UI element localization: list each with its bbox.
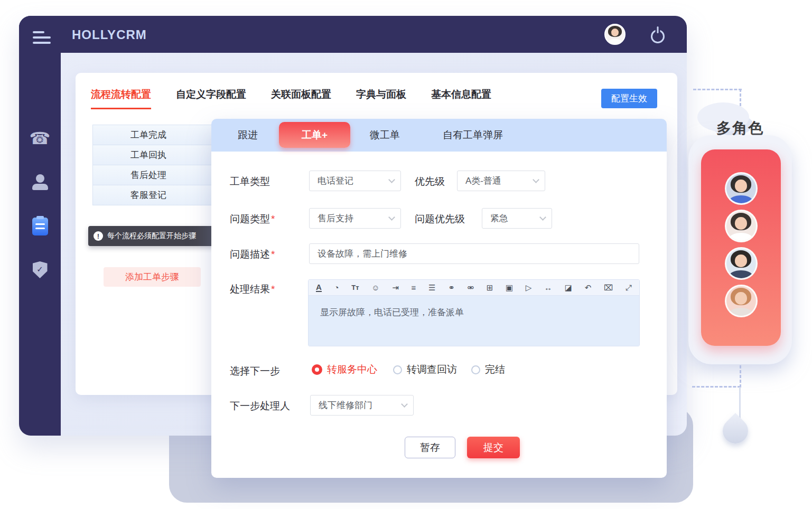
sidebar-item-security[interactable]: ✓ bbox=[19, 261, 61, 278]
screen: 多角色 HOLLYCRM ☎ ✓ bbox=[0, 0, 812, 509]
submit-button[interactable]: 提交 bbox=[467, 437, 520, 458]
tab-dictionary-panel[interactable]: 字典与面板 bbox=[356, 88, 406, 109]
tab-flow-config[interactable]: 流程流转配置 bbox=[91, 88, 151, 109]
agent-avatar-2 bbox=[725, 210, 758, 242]
modal-tab-bar: 跟进 工单+ 微工单 自有工单弹屏 bbox=[211, 119, 667, 152]
indent-icon[interactable]: ⇥ bbox=[392, 284, 399, 291]
drop-stem-line bbox=[739, 387, 741, 420]
radio-service-center[interactable] bbox=[312, 364, 322, 375]
tab-micro-workorder[interactable]: 微工单 bbox=[370, 119, 400, 152]
sidebar-item-workorders[interactable] bbox=[19, 218, 61, 235]
result-editor-content[interactable]: 显示屏故障，电话已受理，准备派单 bbox=[309, 296, 639, 346]
radio-finish-label[interactable]: 完结 bbox=[485, 363, 505, 376]
next-handler-label: 下一步处理人 bbox=[230, 399, 290, 413]
next-step-label: 选择下一步 bbox=[230, 364, 280, 378]
config-tab-bar: 流程流转配置 自定义字段配置 关联面板配置 字典与面板 基本信息配置 bbox=[91, 88, 491, 109]
water-drop-shape bbox=[717, 413, 753, 449]
agents-panel bbox=[701, 149, 781, 346]
radio-survey-callback[interactable] bbox=[393, 365, 402, 374]
undo-icon[interactable]: ↶ bbox=[585, 284, 592, 291]
horizontal-rule-icon[interactable]: ↔ bbox=[544, 284, 552, 291]
chevron-down-icon bbox=[539, 214, 546, 221]
editor-toolbar: A ◔ Tт ☺ ⇥ ≡ ☰ ⚭ ⚮ ⊞ ▣ ▷ ↔ ◪ ↶ ⌧ ⤢ bbox=[309, 280, 639, 296]
insert-table-icon[interactable]: ⊞ bbox=[487, 284, 493, 291]
dashed-connector-vertical bbox=[740, 89, 741, 388]
agent-avatar-4 bbox=[725, 285, 758, 317]
rich-text-editor: A ◔ Tт ☺ ⇥ ≡ ☰ ⚭ ⚮ ⊞ ▣ ▷ ↔ ◪ ↶ ⌧ ⤢ 显示屏故障… bbox=[308, 279, 640, 346]
remove-link-icon[interactable]: ⚮ bbox=[467, 284, 474, 291]
save-draft-button[interactable]: 暂存 bbox=[405, 437, 455, 458]
sidebar-item-calls[interactable]: ☎ bbox=[19, 129, 61, 147]
problem-type-select[interactable]: 售后支持 bbox=[309, 208, 401, 229]
tab-custom-fields[interactable]: 自定义字段配置 bbox=[176, 88, 246, 109]
fullscreen-icon[interactable]: ⤢ bbox=[626, 284, 632, 291]
problem-priority-select[interactable]: 紧急 bbox=[482, 208, 552, 229]
radio-survey-callback-label[interactable]: 转调查回访 bbox=[407, 363, 457, 376]
shield-check-icon: ✓ bbox=[33, 261, 48, 278]
workorder-type-label: 工单类型 bbox=[230, 175, 270, 188]
delete-icon[interactable]: ⌧ bbox=[604, 284, 613, 291]
clipboard-icon bbox=[32, 218, 48, 235]
tab-workorder-plus[interactable]: 工单+ bbox=[279, 122, 350, 148]
person-icon bbox=[32, 174, 48, 190]
agent-avatar-1 bbox=[725, 172, 758, 205]
radio-service-center-label[interactable]: 转服务中心 bbox=[327, 363, 377, 376]
font-size-icon[interactable]: Tт bbox=[351, 284, 359, 291]
chevron-down-icon bbox=[388, 176, 395, 183]
radio-finish[interactable] bbox=[471, 365, 480, 374]
flow-tooltip: ! 每个流程必须配置开始步骤 bbox=[88, 226, 226, 246]
emoji-icon[interactable]: ☺ bbox=[371, 284, 379, 291]
dashed-connector-top bbox=[693, 89, 742, 90]
tab-own-workorder-popup[interactable]: 自有工单弹屏 bbox=[443, 119, 503, 152]
insert-video-icon[interactable]: ▷ bbox=[526, 284, 532, 291]
bullet-list-icon[interactable]: ☰ bbox=[428, 284, 435, 291]
brand-logo: HOLLYCRM bbox=[72, 27, 147, 42]
workorder-type-select[interactable]: 电话登记 bbox=[309, 171, 401, 191]
priority-select[interactable]: A类-普通 bbox=[457, 171, 545, 191]
problem-desc-input[interactable]: 设备故障，需上门维修 bbox=[309, 243, 639, 264]
agent-avatar-3 bbox=[725, 247, 758, 280]
dashed-connector-bottom bbox=[692, 386, 741, 388]
sidebar-item-customers[interactable] bbox=[19, 174, 61, 190]
tooltip-text: 每个流程必须配置开始步骤 bbox=[107, 231, 196, 241]
chevron-down-icon bbox=[388, 214, 395, 221]
apply-config-button[interactable]: 配置生效 bbox=[601, 89, 657, 108]
problem-priority-label: 问题优先级 bbox=[415, 212, 465, 226]
next-step-radio-group: 转服务中心 转调查回访 完结 bbox=[312, 363, 505, 376]
chevron-down-icon bbox=[533, 176, 539, 183]
multi-role-label: 多角色 bbox=[716, 118, 764, 138]
tab-basic-info[interactable]: 基本信息配置 bbox=[431, 88, 491, 109]
color-palette-icon[interactable]: ◔ bbox=[334, 284, 339, 291]
insert-image-icon[interactable]: ▣ bbox=[506, 284, 513, 291]
user-avatar[interactable] bbox=[604, 24, 626, 45]
next-handler-select[interactable]: 线下维修部门 bbox=[310, 395, 414, 416]
priority-label: 优先级 bbox=[415, 175, 445, 188]
tab-follow-up[interactable]: 跟进 bbox=[238, 119, 258, 152]
problem-type-label: 问题类型* bbox=[230, 212, 275, 226]
chevron-down-icon bbox=[401, 401, 408, 408]
phone-icon: ☎ bbox=[30, 129, 51, 147]
menu-icon[interactable] bbox=[33, 31, 51, 45]
result-label: 处理结果* bbox=[230, 282, 275, 296]
cloud-shape bbox=[697, 102, 749, 132]
tab-linked-panel[interactable]: 关联面板配置 bbox=[271, 88, 331, 109]
add-step-button[interactable]: 添加工单步骤 bbox=[104, 267, 201, 287]
text-style-icon[interactable]: A bbox=[316, 283, 322, 292]
exclamation-icon: ! bbox=[94, 231, 103, 241]
align-left-icon[interactable]: ≡ bbox=[412, 284, 416, 291]
insert-link-icon[interactable]: ⚭ bbox=[448, 284, 455, 291]
problem-desc-label: 问题描述* bbox=[230, 248, 275, 261]
logout-power-icon[interactable] bbox=[651, 30, 665, 43]
workorder-modal: 跟进 工单+ 微工单 自有工单弹屏 工单类型 电话登记 优先级 A类-普通 问题… bbox=[211, 119, 667, 478]
agents-panel-glow bbox=[688, 135, 792, 364]
eraser-icon[interactable]: ◪ bbox=[565, 284, 572, 291]
